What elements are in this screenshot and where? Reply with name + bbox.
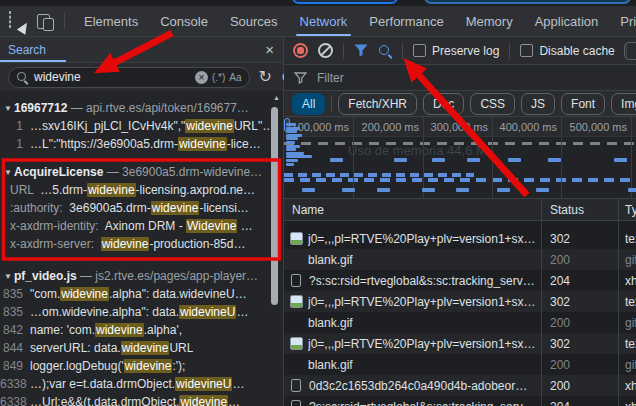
table-row[interactable]: j0=,,,pl=RTVE%20Play+plv=version1+sx…302… [284,333,636,354]
search-scrollbar[interactable] [271,107,278,305]
table-row[interactable]: j0=,,,pl=RTVE%20Play+plv=version1+sx…302… [284,291,636,312]
request-status-cell: 204 [542,396,619,406]
search-panel: Search × × (.*) Aa ↻ ⊘ ▼16967712 — api.r… [0,37,284,406]
no-icon [290,316,303,329]
collapse-triangle-icon[interactable]: ▼ [4,100,14,117]
search-match-line[interactable]: 835"com.widevine.alpha": data.widevineU… [0,285,283,303]
search-match-line[interactable]: 6338…Url:e&&(t.data.drmObject.widevine… [0,393,283,406]
case-toggle[interactable]: Aa [229,72,241,83]
column-header-status[interactable]: Status [542,199,619,220]
search-match-line[interactable]: 844serverURL: data.widevineURL [0,339,283,357]
line-number: 844 [0,339,30,357]
search-match-line[interactable]: 1…L":"https://3e6900a5.drm-widevine-lice… [0,135,283,153]
search-match-line[interactable]: 842name: 'com.widevine.alpha', [0,321,283,339]
request-status-cell: 204 [542,270,619,291]
table-row[interactable]: blank.gif200gif [284,249,636,270]
filter-chip-font[interactable]: Font [561,93,605,115]
request-name-cell: ?s:sc:rsid=rtveglobal&s:sc:tracking_serv… [284,270,542,291]
table-row[interactable]: 0d3c2c1653db264c0a490d4b-adobeor…200xhr [284,375,636,396]
collapse-triangle-icon[interactable]: ▼ [4,268,14,285]
search-match-line[interactable]: 6338…);var e=t.data.drmObject.widevineU… [0,375,283,393]
panel-tabs: ElementsConsoleSourcesNetworkPerformance… [73,6,636,36]
search-match-line[interactable]: 1…sxv16IKj_pjLCl_ICvHv4k","widevineURL"… [0,117,283,135]
image-preview-icon [290,232,303,245]
request-status-cell: 302 [542,333,619,354]
inspect-element-icon[interactable] [8,12,26,30]
search-match-line[interactable]: 835…om.widevine.alpha": data.widevineU… [0,303,283,321]
document-icon [291,400,301,406]
table-row[interactable]: ?s:sc:rsid=rtveglobal&s:sc:tracking_serv… [284,396,636,406]
devtools-window: ElementsConsoleSourcesNetworkPerformance… [0,0,636,406]
tab-sources[interactable]: Sources [219,6,289,36]
overview-waterfall-dense [284,178,636,182]
highlighted-match: widevine [101,237,150,251]
tab-network[interactable]: Network [289,6,359,36]
request-type-cell: tex [619,291,636,312]
search-result-group-AcquireLicense[interactable]: ▼AcquireLicense — 3e6900a5.drm-widevine… [0,163,283,181]
search-match-line[interactable]: :authority: 3e6900a5.drm-widevine-licens… [0,199,283,217]
timeline-tick-label: 400,000 ms [491,120,557,134]
close-search-icon[interactable]: × [265,41,274,58]
toolbar-divider [402,43,403,59]
device-toolbar-icon[interactable] [36,12,54,30]
network-search-icon[interactable] [378,44,392,58]
filter-chip-doc[interactable]: Doc [423,93,464,115]
waterfall-dash [377,188,390,192]
waterfall-dash [422,188,435,192]
regex-toggle[interactable]: (.*) [212,72,225,83]
filter-chip-all[interactable]: All [292,93,325,115]
clear-input-icon[interactable]: × [195,71,208,84]
disable-cache-box[interactable] [520,44,533,57]
column-header-name[interactable]: Name [284,199,542,220]
record-network-log-icon[interactable] [293,43,308,58]
throttling-dropdown-partial[interactable] [624,42,636,60]
filter-chip-js[interactable]: JS [521,93,555,115]
search-match-line[interactable]: x-axdrm-server: widevine-production-85d… [0,235,283,253]
waterfall-stack-bar [286,163,294,166]
table-row[interactable]: blank.gif200gif [284,354,636,375]
waterfall-stack-bar [286,155,312,158]
requests-table: NameStatusTy j0=,,,pl=RTVE%20Play+plv=ve… [284,199,636,406]
highlighted-match: widevine [178,137,227,151]
scroll-up-arrow[interactable]: ▲ [273,94,280,101]
group-name: pf_video.js [14,269,77,283]
column-header-ty[interactable]: Ty [619,199,636,220]
group-gap [0,153,283,163]
tab-elements[interactable]: Elements [73,6,149,36]
disable-cache-checkbox[interactable]: Disable cache [520,44,614,58]
table-row[interactable]: blank.gif200gif [284,312,636,333]
highlighted-match: widevine [87,183,136,197]
request-type-cell: tex [619,333,636,354]
line-number: 849 [0,357,30,375]
filter-toggle-icon[interactable] [354,44,368,57]
filter-chip-fetch-xhr[interactable]: Fetch/XHR [338,93,417,115]
search-match-line[interactable]: URL …5.drm-widevine-licensing.axprod.ne… [0,181,283,199]
group-name: 16967712 [14,101,67,115]
network-overview[interactable]: Uso de memoria 44,6 M 100,000 ms200,000 … [284,117,636,199]
request-type-cell: gif [619,354,636,375]
search-input[interactable] [32,69,191,85]
filter-chip-css[interactable]: CSS [470,93,515,115]
table-row[interactable]: j0=,,,pl=RTVE%20Play+plv=version1+sx…302… [284,228,636,249]
network-filter-input[interactable] [315,70,626,86]
search-result-group-pf_video.js[interactable]: ▼pf_video.js — js2.rtve.es/pages/app-pla… [0,267,283,285]
collapse-triangle-icon[interactable]: ▼ [4,164,14,181]
line-number: 1 [0,135,30,153]
preserve-log-checkbox[interactable]: Preserve log [413,44,499,58]
waterfall-stack-bar [286,148,296,151]
tab-privacy[interactable]: Privacy [609,6,636,36]
search-match-line[interactable]: 849logger.logDebug('widevine:'); [0,357,283,375]
request-name: blank.gif [308,316,353,330]
clear-network-log-icon[interactable] [318,43,333,58]
refresh-search-icon[interactable]: ↻ [259,69,272,85]
tab-performance[interactable]: Performance [358,6,454,36]
search-match-line[interactable]: x-axdrm-identity: Axinom DRM - Widevine … [0,217,283,235]
waterfall-stack-bar [286,141,295,144]
table-row[interactable]: ?s:sc:rsid=rtveglobal&s:sc:tracking_serv… [284,270,636,291]
tab-application[interactable]: Application [524,6,610,36]
tab-console[interactable]: Console [149,6,219,36]
preserve-log-box[interactable] [413,44,426,57]
tab-memory[interactable]: Memory [455,6,524,36]
filter-chip-img[interactable]: Img [611,93,636,115]
search-result-group-16967712[interactable]: ▼16967712 — api.rtve.es/api/token/169677… [0,99,283,117]
